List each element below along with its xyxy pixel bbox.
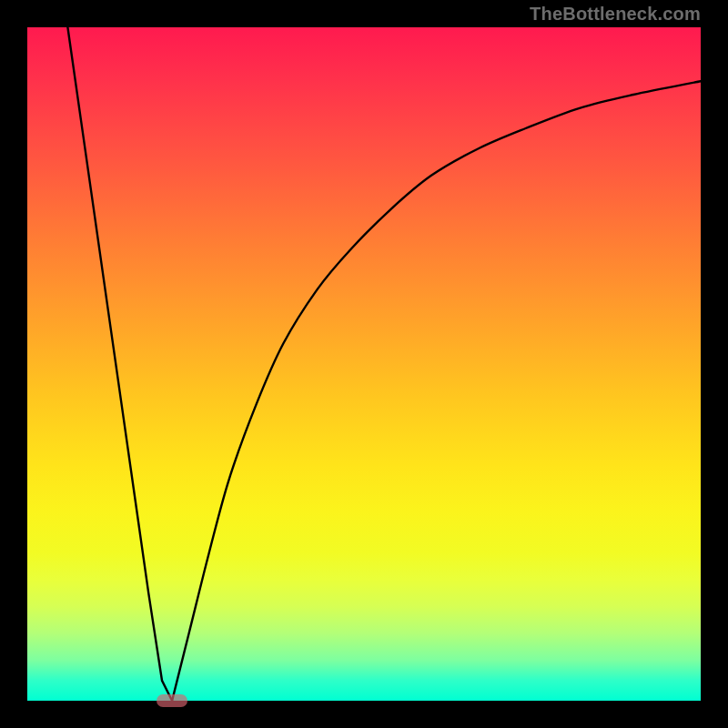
minimum-marker [157, 694, 187, 707]
curve-layer [27, 27, 701, 701]
curve-left-branch [67, 27, 172, 701]
watermark-text: TheBottleneck.com [530, 4, 701, 25]
plot-area [27, 27, 701, 701]
curve-right-branch [172, 81, 701, 701]
curve-group [67, 27, 701, 701]
chart-frame: TheBottleneck.com [0, 0, 728, 728]
